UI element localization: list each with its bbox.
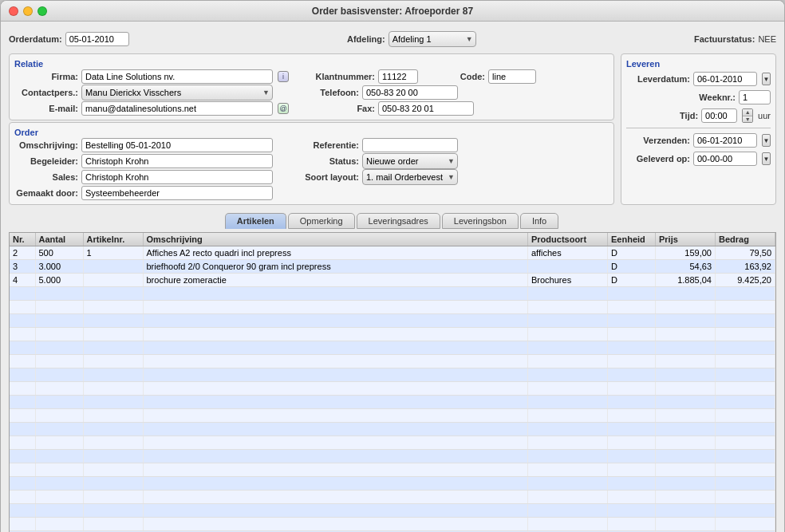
telefoon-input[interactable] <box>362 85 458 100</box>
verzenden-calendar-icon[interactable]: ▼ <box>762 134 771 147</box>
orderdatum-group: Orderdatum: <box>9 32 129 46</box>
sales-input[interactable] <box>81 170 273 184</box>
afdeling-select-wrapper: Afdeling 1 ▼ <box>389 31 476 47</box>
referentie-input[interactable] <box>362 138 458 152</box>
firma-input[interactable] <box>81 69 273 84</box>
begeleider-input[interactable] <box>81 154 273 168</box>
email-input[interactable] <box>81 101 273 116</box>
contactpers-select[interactable]: Manu Dierickx Visschers <box>81 85 273 100</box>
top-row: Orderdatum: Afdeling: Afdeling 1 ▼ Factu… <box>9 28 776 50</box>
tab-opmerking[interactable]: Opmerking <box>288 213 355 229</box>
table-row-empty <box>10 477 775 491</box>
geleverd-op-calendar-icon[interactable]: ▼ <box>762 152 771 165</box>
leverdatum-input[interactable] <box>693 72 757 86</box>
geleverd-op-label: Geleverd op: <box>626 154 690 164</box>
tijd-spin-up[interactable]: ▲ <box>743 109 752 116</box>
gemaakt-door-row: Gemaakt door: <box>14 185 609 201</box>
minimize-button[interactable] <box>23 6 33 16</box>
code-input[interactable] <box>488 69 536 84</box>
soort-layout-select[interactable]: 1. mail Orderbevestiging <box>362 169 458 185</box>
col-bedrag: Bedrag <box>716 233 775 246</box>
geleverd-op-input[interactable] <box>693 152 757 166</box>
window-title: Order basisvenster: Afroeporder 87 <box>312 6 473 17</box>
klantnummer-label: Klantnummer: <box>311 72 375 81</box>
sales-label: Sales: <box>14 172 78 182</box>
col-omschrijving: Omschrijving <box>143 233 528 246</box>
table-row-empty <box>10 341 775 355</box>
table-row-empty <box>10 491 775 504</box>
tab-artikelen[interactable]: Artikelen <box>225 213 286 229</box>
verzenden-input[interactable] <box>693 133 757 148</box>
table-row-empty <box>10 368 775 382</box>
status-select[interactable]: Nieuwe order <box>362 153 458 169</box>
factuurstatus-group: Factuurstatus: NEE <box>694 34 776 44</box>
table-row-empty <box>10 463 775 477</box>
omschrijving-input[interactable] <box>81 138 273 152</box>
firma-info-icon[interactable]: i <box>278 71 289 82</box>
email-row: E-mail: @ Fax: <box>14 100 609 116</box>
omschrijving-label: Omschrijving: <box>14 140 78 150</box>
main-content: Orderdatum: Afdeling: Afdeling 1 ▼ Factu… <box>1 22 784 532</box>
klantnummer-input[interactable] <box>378 69 418 84</box>
contactpers-select-wrapper: Manu Dierickx Visschers ▼ <box>81 85 273 100</box>
table-row-empty <box>10 409 775 423</box>
tab-leveringsadres[interactable]: Leveringsadres <box>357 213 440 229</box>
afdeling-group: Afdeling: Afdeling 1 ▼ <box>347 31 476 47</box>
gemaakt-door-label: Gemaakt door: <box>14 188 78 198</box>
col-productsoort: Productsoort <box>528 233 608 246</box>
table-row-empty <box>10 328 775 341</box>
table-row-empty <box>10 355 775 368</box>
table-row[interactable]: 2 500 1 Affiches A2 recto quadri incl pr… <box>10 246 775 260</box>
leverdatum-row: Leverdatum: ▼ <box>626 71 771 87</box>
weeknr-label: Weeknr.: <box>672 93 736 102</box>
close-button[interactable] <box>9 6 18 16</box>
table-row-empty <box>10 287 775 301</box>
table-row[interactable]: 3 3.000 briefhoofd 2/0 Conqueror 90 gram… <box>10 260 775 274</box>
tijd-input[interactable] <box>701 108 737 123</box>
email-at-icon[interactable]: @ <box>278 103 289 114</box>
tab-info[interactable]: Info <box>520 213 558 229</box>
factuurstatus-value: NEE <box>758 34 776 44</box>
left-panel: Relatie Firma: i Klantnummer: Code: Cont… <box>9 53 614 205</box>
verzenden-row: Verzenden: ▼ <box>626 132 771 148</box>
firma-label: Firma: <box>14 72 78 81</box>
table-header-row: Nr. Aantal Artikelnr. Omschrijving Produ… <box>10 233 775 246</box>
table-row-empty <box>10 450 775 463</box>
relatie-block: Relatie Firma: i Klantnummer: Code: Cont… <box>9 53 614 120</box>
tijd-label: Tijd: <box>634 111 698 120</box>
telefoon-label: Telefoon: <box>295 88 359 97</box>
contactpers-row: Contactpers.: Manu Dierickx Visschers ▼ … <box>14 85 609 100</box>
table-row-empty <box>10 504 775 518</box>
col-nr: Nr. <box>10 233 35 246</box>
leverdatum-label: Leverdatum: <box>626 74 690 84</box>
titlebar: Order basisvenster: Afroeporder 87 <box>1 1 784 22</box>
tijd-spin-down[interactable]: ▼ <box>743 116 752 123</box>
orderdatum-label: Orderdatum: <box>9 34 62 44</box>
contactpers-label: Contactpers.: <box>14 88 78 97</box>
table-row[interactable]: 4 5.000 brochure zomeractie Brochures D … <box>10 274 775 287</box>
begeleider-label: Begeleider: <box>14 156 78 166</box>
tabs-container: Artikelen Opmerking Leveringsadres Lever… <box>9 213 776 229</box>
weeknr-input[interactable] <box>739 90 771 104</box>
fax-input[interactable] <box>378 101 474 116</box>
firma-row: Firma: i Klantnummer: Code: <box>14 69 609 85</box>
code-label: Code: <box>421 72 485 81</box>
maximize-button[interactable] <box>37 6 47 16</box>
gemaakt-door-input[interactable] <box>81 186 273 200</box>
table-row-empty <box>10 436 775 450</box>
tijd-spinner[interactable]: ▲ ▼ <box>742 108 753 123</box>
table-row-empty <box>10 382 775 396</box>
afdeling-select[interactable]: Afdeling 1 <box>389 31 476 47</box>
table-row-empty <box>10 518 775 531</box>
weeknr-row: Weeknr.: <box>626 89 771 105</box>
tab-leveringsbon[interactable]: Leveringsbon <box>442 213 519 229</box>
col-eenheid: Eenheid <box>608 233 656 246</box>
factuurstatus-label: Factuurstatus: <box>694 34 755 44</box>
afdeling-label: Afdeling: <box>347 34 385 44</box>
soort-layout-select-wrapper: 1. mail Orderbevestiging ▼ <box>362 169 458 185</box>
orderdatum-input[interactable] <box>65 32 129 46</box>
leveren-block: Leveren Leverdatum: ▼ Weeknr.: Tijd: ▲ ▼ <box>621 53 776 205</box>
leverdatum-calendar-icon[interactable]: ▼ <box>762 73 771 85</box>
table-row-empty <box>10 423 775 436</box>
fax-label: Fax: <box>311 104 375 113</box>
